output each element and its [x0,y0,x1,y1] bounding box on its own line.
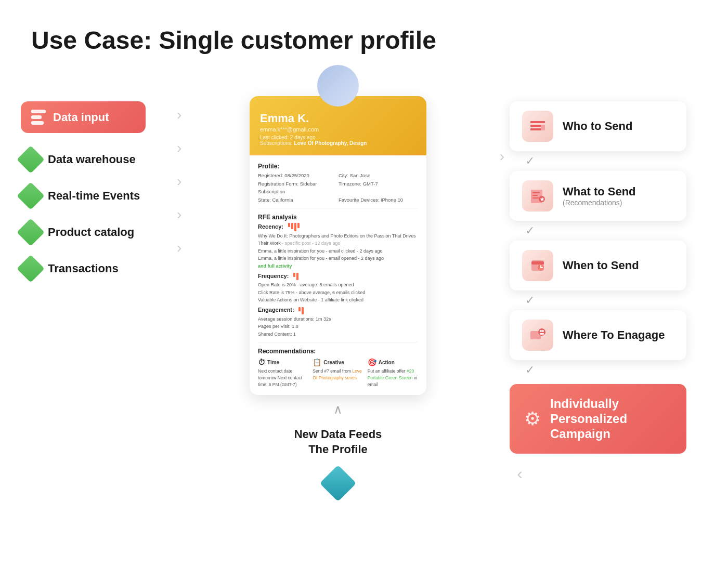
rec-creative-label: Creative [323,360,344,365]
check-down-1: ✓ [525,154,535,168]
left-arrows-col: › › › › › [177,81,181,256]
rec-time-title: ⏱ Time [258,358,308,366]
arrow-right-1: › [177,107,181,123]
where-to-engage-card: Where To Enagage [510,310,686,360]
right-column: Who to Send ✓ ★ What to Send [510,81,707,454]
new-data-feeds: New Data FeedsThe Profile [294,427,382,496]
new-data-feeds-label: New Data FeedsThe Profile [294,427,382,457]
recency-row: Recency: Why We Do It: Photographers and… [258,223,418,270]
ipc-card: ⚙ Individually Personalized Campaign [510,384,686,454]
who-to-send-icon [522,111,553,142]
who-to-send-wrapper: Who to Send ✓ [510,101,707,171]
what-to-send-card: ★ What to Send (Recomendations) [510,171,686,221]
what-to-send-sub: (Recomendations) [563,199,636,207]
when-to-send-card: When to Send [510,241,686,290]
profile-email: emma.k***@gmail.com [260,126,416,133]
frequency-label: Frequency: [258,273,289,279]
profile-meta: Last clicked: 2 days ago Subscriptions: … [260,135,416,146]
rec-creative-title: 📋 Creative [313,358,363,366]
ipc-label: Individually Personalized Campaign [550,396,672,441]
where-to-engage-label: Where To Enagage [563,328,665,342]
rec-time-col: ⏱ Time Next contact date: tomorrow Next … [258,358,308,388]
who-to-send-card: Who to Send [510,101,686,151]
check-down-3: ✓ [525,294,535,307]
frequency-row: Frequency: Open Rate is 20% - average: 8… [258,273,418,304]
engagement-text: Average session durations: 1m 32s Pages … [258,315,418,338]
arrow-right-3: › [177,173,181,190]
engagement-row: Engagement: Average session durations: 1… [258,307,418,338]
what-to-send-wrapper: ★ What to Send (Recomendations) ✓ [510,171,707,241]
subscriptions-value: Love Of Photography, Design [294,140,367,146]
product-catalog-item: Product catalog [21,222,177,242]
green-diamond-icon [17,146,45,174]
recency-text-2: - specific post - 12 days ago [282,241,340,246]
where-to-engage-icon [522,320,553,351]
who-to-send-label: Who to Send [563,120,632,133]
action-link: #20 Portable Green Screen [368,368,414,380]
when-to-send-wrapper: When to Send ✓ [510,241,707,310]
divider-2 [258,342,418,342]
svg-rect-1 [530,125,541,127]
rfe-title: RFE analysis [258,214,418,221]
data-input-icon [31,110,46,125]
recency-label: Recency: [258,223,283,230]
recency-bars [288,223,300,231]
what-to-send-label: What to Send [563,185,636,199]
data-input-box: Data input [21,101,146,133]
where-to-engage-wrapper: Where To Enagage ✓ [510,310,707,380]
state: State: California [258,196,337,204]
center-to-right-arrow: › [500,148,504,165]
svg-rect-11 [531,261,544,264]
arrow-right-2: › [177,140,181,156]
svg-text:★: ★ [540,196,545,202]
data-warehouse-label: Data warehouse [48,153,136,166]
green-diamond-icon-2 [17,182,45,210]
rec-creative-col: 📋 Creative Send #7 email from Love Of Ph… [313,358,363,388]
rec-time-label: Time [267,360,279,365]
frequency-bars [293,273,298,280]
check-down-2: ✓ [525,224,535,237]
recency-text-4: Emma, a little inspiration for you - ema… [258,256,384,261]
profile-detail-grid: Registered: 08/25/2020 City: San Jose Re… [258,172,418,204]
engagement-label: Engagement: [258,307,294,313]
ipc-to-bottom-arrow: ‹ [517,464,523,483]
recommendations-grid: ⏱ Time Next contact date: tomorrow Next … [258,358,418,388]
svg-point-15 [540,330,542,332]
action-icon: 🎯 [368,358,376,366]
when-to-send-icon [522,250,553,281]
timezone: Timezone: GMT-7 [339,180,418,195]
when-to-send-label: When to Send [563,259,639,272]
avatar [317,65,359,107]
creative-icon: 📋 [313,358,321,366]
page-title: Use Case: Single customer profile [0,0,728,70]
svg-rect-3 [541,125,545,130]
svg-rect-7 [532,197,539,199]
engagement-text-3: Shared Content: 1 [258,332,296,337]
transactions-item: Transactions [21,259,177,279]
transactions-label: Transactions [48,262,119,275]
rec-action-title: 🎯 Action [368,358,418,366]
check-down-4: ✓ [525,363,535,377]
divider-1 [258,208,418,208]
reg-form: Registration Form: Sidebar Subscription [258,180,337,195]
chevron-up-icon: ∧ [333,402,343,417]
rec-action-col: 🎯 Action Put an affiliate offer #20 Port… [368,358,418,388]
rec-action-text: Put an affiliate offer #20 Portable Gree… [368,368,418,388]
rec-time-text: Next contact date: tomorrow Next contact… [258,368,308,388]
left-column: Data input Data warehouse Real-time Even… [21,81,177,279]
realtime-events-item: Real-time Events [21,186,177,206]
green-diamond-icon-4 [17,255,45,283]
registered: Registered: 08/25/2020 [258,172,337,179]
engagement-text-2: Pages per Visit: 1.8 [258,324,298,329]
svg-rect-5 [532,192,540,193]
what-to-send-text: What to Send (Recomendations) [563,185,636,207]
what-to-send-icon: ★ [522,180,553,211]
green-diamond-icon-3 [17,218,45,246]
last-clicked: Last clicked: 2 days ago [260,135,316,140]
profile-card-body: Profile: Registered: 08/25/2020 City: Sa… [250,155,426,395]
frequency-text-3: Valuable Actions on Website - 1 affiliat… [258,297,363,302]
diamond-arrow-icon [320,465,357,502]
rec-creative-text: Send #7 email from Love Of Photography s… [313,368,363,381]
center-column: Emma K. emma.k***@gmail.com Last clicked… [181,81,494,496]
data-warehouse-item: Data warehouse [21,150,177,169]
